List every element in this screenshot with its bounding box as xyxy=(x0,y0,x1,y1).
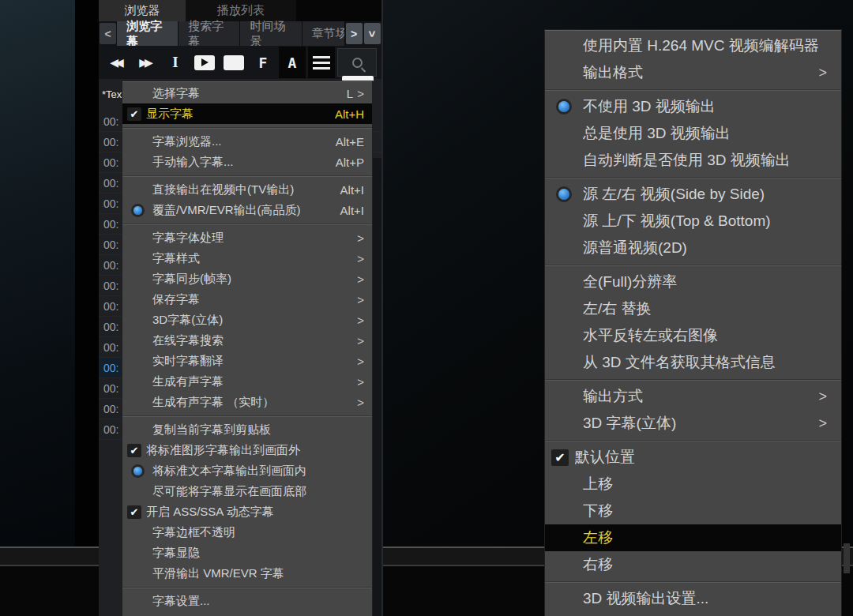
3d-menu-item-20[interactable]: 上移 xyxy=(545,471,841,498)
checkmark-icon: ✔ xyxy=(127,107,141,121)
menu-button[interactable] xyxy=(308,47,335,78)
stop-button[interactable] xyxy=(220,47,247,78)
subtitle-context-menu: 选择字幕L>✔显示字幕Alt+H字幕浏览器...Alt+E手动输入字幕...Al… xyxy=(122,81,372,616)
subtab-next-button[interactable]: > xyxy=(346,23,363,44)
3d-video-context-menu: 使用内置 H.264 MVC 视频编解码器输出格式>不使用 3D 视频输出总是使… xyxy=(545,30,841,616)
3d-menu-item-4[interactable]: 总是使用 3D 视频输出 xyxy=(545,120,841,147)
3d-menu-item-16[interactable]: 输出方式> xyxy=(545,383,841,410)
menu-item-shortcut: Alt+I xyxy=(340,183,364,197)
subtitle-menu-item-13[interactable]: 3D字幕(立体)> xyxy=(122,310,372,330)
subtitle-menu-item-4[interactable]: 手动输入字幕...Alt+P xyxy=(122,152,372,172)
subtitle-menu-item-14[interactable]: 在线字幕搜索> xyxy=(122,330,372,351)
subtitle-menu-item-26[interactable]: 平滑输出 VMR/EVR 字幕 xyxy=(122,563,372,584)
subtitle-list-scrollbar[interactable] xyxy=(372,158,381,616)
3d-menu-item-11[interactable]: 全(Full)分辨率 xyxy=(545,269,841,295)
menu-item-label: 生成有声字幕 （实时） xyxy=(152,395,353,410)
radio-slot xyxy=(551,101,577,112)
text-cursor-button[interactable]: I xyxy=(162,47,189,78)
menu-item-label: 生成有声字幕 xyxy=(152,374,353,389)
3d-menu-item-25[interactable]: 3D 视频输出设置... xyxy=(545,585,841,612)
subtitle-menu-item-10[interactable]: 字幕样式> xyxy=(122,248,372,269)
3d-menu-item-5[interactable]: 自动判断是否使用 3D 视频输出 xyxy=(545,147,841,174)
3d-menu-separator xyxy=(545,437,841,444)
menu-item-label: 水平反转左或右图像 xyxy=(583,325,827,346)
submenu-arrow-icon: > xyxy=(353,293,364,306)
menu-item-label: 3D 视频输出设置... xyxy=(583,588,827,609)
menu-item-label: 左/右 替换 xyxy=(583,299,827,319)
subtitle-menu-item-19[interactable]: 复制当前字幕到剪贴板 xyxy=(122,419,372,440)
play-icon xyxy=(194,55,215,70)
menu-item-label: 源普通视频(2D) xyxy=(583,238,827,258)
3d-menu-item-23[interactable]: 右移 xyxy=(545,551,841,578)
subtitle-menu-item-25[interactable]: 字幕显隐 xyxy=(122,543,372,563)
subtitle-menu-item-16[interactable]: 生成有声字幕> xyxy=(122,371,372,392)
radio-slot xyxy=(551,189,577,200)
subtab-expand-button[interactable]: > xyxy=(364,23,381,44)
subtitle-menu-item-22[interactable]: 尽可能将字幕显示在画面底部 xyxy=(122,481,372,501)
3d-menu-item-19[interactable]: ✔默认位置 xyxy=(545,444,841,471)
3d-menu-item-22[interactable]: 左移 xyxy=(545,524,841,551)
subtab-back-button[interactable]: < xyxy=(100,23,116,44)
menu-item-label: 手动输入字幕... xyxy=(152,155,336,170)
menu-item-shortcut: Alt+I xyxy=(340,204,364,217)
fast-forward-icon: ▶▶ xyxy=(139,56,153,69)
subtitle-menu-item-12[interactable]: 保存字幕> xyxy=(122,289,372,310)
3d-menu-item-12[interactable]: 左/右 替换 xyxy=(545,295,841,322)
3d-menu-item-7[interactable]: 源 左/右 视频(Side by Side) xyxy=(545,181,841,208)
search-button[interactable] xyxy=(337,47,377,78)
submenu-arrow-icon: > xyxy=(353,375,364,389)
subtitle-menu-item-23[interactable]: ✔开启 ASS/SSA 动态字幕 xyxy=(122,501,372,522)
subtab-2[interactable]: 时间场景 xyxy=(240,21,302,46)
3d-menu-separator xyxy=(545,261,841,269)
tooltip-edge xyxy=(342,76,374,81)
subtitle-menu-item-17[interactable]: 生成有声字幕 （实时）> xyxy=(122,392,372,412)
submenu-arrow-icon: > xyxy=(353,272,364,286)
subtitle-menu-item-9[interactable]: 字幕字体处理> xyxy=(122,227,372,248)
3d-menu-item-8[interactable]: 源 上/下 视频(Top & Bottom) xyxy=(545,208,841,235)
subtitle-menu-item-3[interactable]: 字幕浏览器...Alt+E xyxy=(122,131,372,152)
subtitle-menu-item-21[interactable]: 将标准文本字幕输出到画面内 xyxy=(122,460,372,481)
panel-right-edge xyxy=(381,0,383,616)
rewind-button[interactable]: ◀◀ xyxy=(103,47,130,78)
fast-forward-button[interactable]: ▶▶ xyxy=(133,47,160,78)
subtitle-menu-item-0[interactable]: 选择字幕L> xyxy=(122,83,372,103)
menu-item-label: 实时字幕翻译 xyxy=(152,354,353,369)
3d-menu-item-1[interactable]: 输出格式> xyxy=(545,59,841,86)
subtitle-menu-separator xyxy=(122,172,372,179)
menu-item-label: 字幕同步(帧率) xyxy=(152,272,353,287)
radio-slot xyxy=(127,206,148,215)
subtitle-menu-separator xyxy=(122,412,372,419)
3d-menu-item-9[interactable]: 源普通视频(2D) xyxy=(545,235,841,261)
3d-menu-item-17[interactable]: 3D 字幕(立体)> xyxy=(545,410,841,437)
subtitle-menu-item-11[interactable]: 字幕同步(帧率)> xyxy=(122,269,372,289)
subtitle-menu-item-24[interactable]: 字幕边框不透明 xyxy=(122,522,372,543)
subtitle-menu-item-7[interactable]: 覆盖/VMR/EVR输出(高品质)Alt+I xyxy=(122,200,372,220)
subtitle-menu-item-20[interactable]: ✔将标准图形字幕输出到画面外 xyxy=(122,440,372,460)
subtitle-toolbar: ◀◀▶▶IFA xyxy=(99,46,381,79)
subtitle-menu-item-15[interactable]: 实时字幕翻译> xyxy=(122,351,372,371)
play-button[interactable] xyxy=(191,47,218,78)
3d-menu-item-3[interactable]: 不使用 3D 视频输出 xyxy=(545,93,841,120)
ass-style-button[interactable]: A xyxy=(279,47,306,78)
3d-menu-item-0[interactable]: 使用内置 H.264 MVC 视频编解码器 xyxy=(545,32,841,59)
submenu-arrow-icon: > xyxy=(353,252,364,265)
subtitle-menu-separator xyxy=(122,124,372,131)
menu-item-label: 字幕字体处理 xyxy=(152,231,353,246)
ass-style-icon: A xyxy=(288,54,297,71)
subtab-1[interactable]: 搜索字幕 xyxy=(178,21,240,46)
menu-item-label: 字幕浏览器... xyxy=(152,134,336,149)
3d-menu-item-13[interactable]: 水平反转左或右图像 xyxy=(545,322,841,349)
font-button[interactable]: F xyxy=(250,47,276,78)
subtitle-menu-item-6[interactable]: 直接输出在视频中(TV输出)Alt+I xyxy=(122,179,372,200)
menu-item-label: 全(Full)分辨率 xyxy=(583,272,827,292)
subtab-3[interactable]: 章节场景 xyxy=(302,21,345,46)
subtitle-menu-item-1[interactable]: ✔显示字幕Alt+H xyxy=(122,103,372,124)
menu-item-label: 上移 xyxy=(583,474,827,494)
background-scrollbar[interactable] xyxy=(844,543,850,573)
subtitle-menu-separator xyxy=(122,220,372,227)
subtitle-menu-item-28[interactable]: 字幕设置... xyxy=(122,591,372,611)
subtab-0[interactable]: 浏览字幕 xyxy=(117,21,178,46)
menu-item-shortcut: L xyxy=(347,87,353,100)
3d-menu-item-21[interactable]: 下移 xyxy=(545,498,841,524)
3d-menu-item-14[interactable]: 从 3D 文件名获取其格式信息 xyxy=(545,349,841,376)
